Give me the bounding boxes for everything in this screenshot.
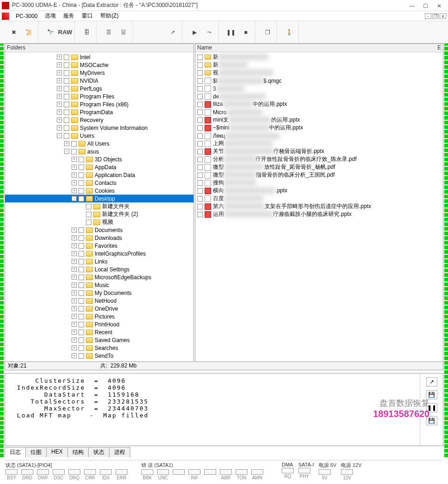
expander-icon[interactable]: +: [72, 227, 77, 233]
expander-icon[interactable]: +: [72, 235, 77, 240]
tree-row[interactable]: +Links: [5, 257, 194, 265]
file-row[interactable]: 新████: [195, 61, 443, 69]
stop-icon[interactable]: ■: [239, 26, 252, 39]
file-row[interactable]: 横向████.pptx: [195, 187, 443, 195]
tree-row[interactable]: +Music: [5, 281, 194, 289]
tab-log[interactable]: 日志: [5, 447, 26, 457]
file-row[interactable]: 关节████疗桡骨远端骨折.pptx: [195, 147, 443, 155]
expander-icon[interactable]: +: [72, 172, 77, 178]
checkbox[interactable]: [64, 55, 69, 60]
tree-row[interactable]: +Intel: [5, 53, 194, 61]
checkbox[interactable]: [64, 125, 69, 131]
tree-row[interactable]: +PerfLogs: [5, 85, 194, 92]
close-button[interactable]: ✕: [437, 3, 442, 8]
checkbox[interactable]: [197, 133, 203, 139]
file-row[interactable]: 微型████指骨骨折的临床分析_王国民.pdf: [195, 171, 443, 179]
pause-icon[interactable]: ❚❚: [224, 26, 237, 39]
list2-icon[interactable]: ☱: [117, 26, 130, 39]
file-row[interactable]: 百度████: [195, 195, 443, 202]
tab-status[interactable]: 状态: [88, 447, 109, 457]
checkbox[interactable]: [79, 353, 84, 359]
tree-row[interactable]: 视频: [5, 218, 194, 226]
expander-icon[interactable]: +: [72, 282, 77, 288]
checkbox[interactable]: [79, 157, 84, 162]
file-row[interactable]: Лекц████: [195, 132, 443, 140]
expander-icon[interactable]: +: [57, 117, 62, 123]
file-row[interactable]: 上网████: [195, 140, 443, 147]
minimize-button[interactable]: —: [409, 3, 415, 8]
copy-icon[interactable]: ❐: [261, 26, 274, 39]
expander-icon[interactable]: +: [72, 353, 77, 358]
expander-icon[interactable]: [79, 204, 84, 209]
log-save-icon[interactable]: 💾: [426, 390, 437, 399]
tree-row[interactable]: +NVIDIA: [5, 77, 194, 85]
expander-icon[interactable]: +: [72, 275, 77, 280]
checkbox[interactable]: [197, 102, 203, 107]
expander-icon[interactable]: +: [72, 306, 77, 311]
checkbox[interactable]: [79, 196, 84, 202]
expander-icon[interactable]: +: [57, 62, 62, 67]
checkbox[interactable]: [64, 62, 69, 68]
checkbox[interactable]: [79, 322, 84, 327]
expander-icon[interactable]: +: [72, 290, 77, 295]
menu-app[interactable]: PC-3000: [12, 12, 41, 20]
expander-icon[interactable]: +: [57, 94, 62, 99]
checkbox[interactable]: [79, 330, 84, 335]
tree-row[interactable]: +Pictures: [5, 312, 194, 320]
checkbox[interactable]: [79, 345, 84, 351]
checkbox[interactable]: [197, 149, 203, 154]
tree-row[interactable]: +3D Objects: [5, 155, 194, 163]
file-row[interactable]: mini支████的运用.pptx: [195, 116, 443, 124]
mdi-restore[interactable]: ❐: [432, 13, 439, 19]
checkbox[interactable]: [79, 290, 84, 296]
tree-row[interactable]: +Local Settings: [5, 265, 194, 273]
tree-row[interactable]: 新建文件夹: [5, 202, 194, 210]
checkbox[interactable]: [197, 172, 203, 178]
tab-hex[interactable]: HEX: [46, 447, 68, 457]
expander-icon[interactable]: +: [64, 141, 69, 146]
export-icon[interactable]: ↗: [166, 26, 179, 39]
file-row[interactable]: 新████: [195, 53, 443, 61]
tree-row[interactable]: +Recovery: [5, 116, 194, 124]
tree-row[interactable]: 新建文件夹 (2): [5, 210, 194, 218]
checkbox[interactable]: [197, 125, 203, 131]
checkbox[interactable]: [197, 196, 203, 202]
checkbox[interactable]: [197, 78, 203, 84]
checkbox[interactable]: [197, 55, 203, 60]
tab-struct[interactable]: 结构: [67, 447, 89, 457]
tree-row[interactable]: +AppData: [5, 163, 194, 171]
checkbox[interactable]: [64, 86, 69, 92]
tree-row[interactable]: +IntelGraphicsProfiles: [5, 250, 194, 257]
expander-icon[interactable]: +: [72, 251, 77, 256]
expander-icon[interactable]: +: [72, 330, 77, 335]
tree-row[interactable]: +System Volume Information: [5, 124, 194, 132]
tree-row[interactable]: +MyDrivers: [5, 69, 194, 77]
checkbox[interactable]: [79, 314, 84, 319]
checkbox[interactable]: [79, 259, 84, 264]
tree-row[interactable]: +SendTo: [5, 352, 194, 360]
tree-row[interactable]: +Program Files (x86): [5, 100, 194, 108]
checkbox[interactable]: [86, 204, 91, 209]
checkbox[interactable]: [79, 188, 84, 194]
expander-icon[interactable]: +: [57, 78, 62, 83]
checkbox[interactable]: [79, 298, 84, 304]
checkbox[interactable]: [79, 282, 84, 288]
checkbox[interactable]: [79, 306, 84, 312]
file-row[interactable]: ~$mini████中的运用.pptx: [195, 124, 443, 132]
play-alt-icon[interactable]: ⤳: [203, 26, 216, 39]
expander-icon[interactable]: -: [64, 149, 69, 154]
expander-icon[interactable]: +: [72, 165, 77, 170]
checkbox[interactable]: [64, 133, 69, 139]
checkbox[interactable]: [197, 212, 203, 217]
tree-row[interactable]: -Users: [5, 132, 194, 140]
tree-row[interactable]: +Favorites: [5, 242, 194, 250]
checkbox[interactable]: [79, 267, 84, 272]
tree-row[interactable]: +MSOCache: [5, 61, 194, 69]
file-row[interactable]: 微型████放性趾骨_跖骨骨折_杨帆.pdf: [195, 163, 443, 171]
menu-help[interactable]: 帮助(Z): [97, 11, 122, 21]
tab-process[interactable]: 进程: [109, 447, 130, 457]
tree-row[interactable]: +MicrosoftEdgeBackups: [5, 273, 194, 281]
file-row[interactable]: 3████: [195, 85, 443, 92]
tree-row[interactable]: +Recent: [5, 328, 194, 336]
menu-options[interactable]: 选项: [41, 11, 60, 21]
